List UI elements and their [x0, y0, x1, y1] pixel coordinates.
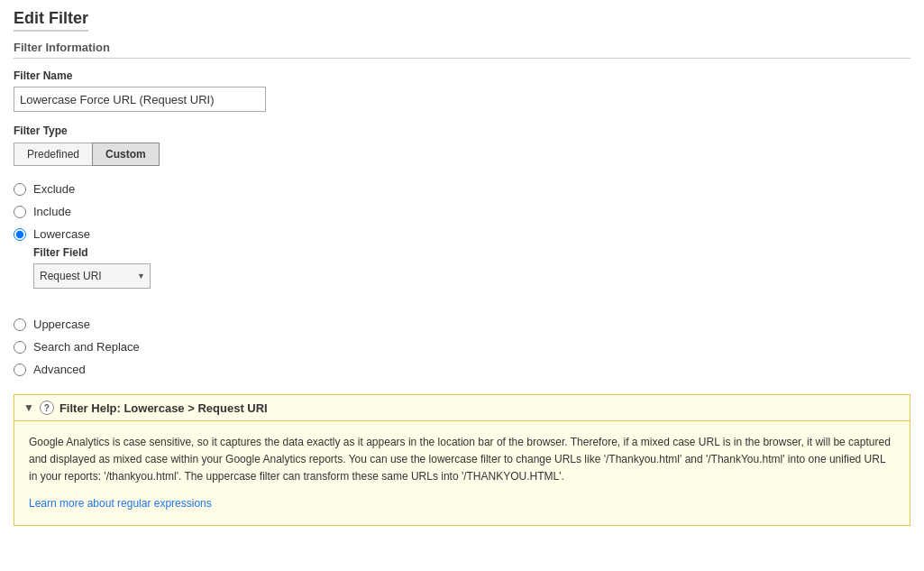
help-box: ▼ ? Filter Help: Lowercase > Request URI…: [14, 394, 910, 526]
search-replace-radio-item[interactable]: Search and Replace: [14, 340, 910, 354]
advanced-radio-item[interactable]: Advanced: [14, 363, 910, 376]
advanced-label: Advanced: [33, 363, 86, 376]
include-label: Include: [33, 205, 71, 218]
lowercase-section: Lowercase Filter Field Request URI: [14, 227, 910, 294]
exclude-label: Exclude: [33, 182, 75, 196]
section-title: Filter Information: [14, 41, 910, 59]
search-replace-radio[interactable]: [14, 341, 26, 354]
help-content: Google Analytics is case sensitive, so i…: [14, 421, 910, 525]
include-radio[interactable]: [14, 206, 26, 218]
learn-more-link[interactable]: Learn more about regular expressions: [29, 497, 212, 510]
advanced-radio[interactable]: [14, 364, 26, 376]
exclude-radio-item[interactable]: Exclude: [14, 182, 910, 196]
help-icon: ?: [40, 401, 54, 415]
filter-name-input[interactable]: [14, 87, 266, 112]
uppercase-radio[interactable]: [14, 318, 26, 331]
help-title: Filter Help: Lowercase > Request URI: [59, 401, 268, 415]
include-radio-item[interactable]: Include: [14, 205, 910, 218]
filter-type-radio-group: Exclude Include Lowercase Filter Field: [14, 182, 910, 376]
filter-field-select-wrapper: Request URI: [33, 263, 151, 289]
filter-name-label: Filter Name: [14, 69, 910, 82]
custom-button[interactable]: Custom: [92, 143, 160, 166]
lowercase-radio-item[interactable]: Lowercase: [14, 227, 910, 241]
filter-type-label: Filter Type: [14, 124, 910, 137]
filter-type-buttons: Predefined Custom: [14, 143, 910, 166]
help-body-text: Google Analytics is case sensitive, so i…: [29, 434, 895, 486]
page-title: Edit Filter: [14, 9, 88, 32]
help-toggle[interactable]: ▼: [23, 401, 34, 414]
lowercase-label: Lowercase: [33, 227, 90, 241]
filter-field-select[interactable]: Request URI: [33, 263, 151, 289]
predefined-button[interactable]: Predefined: [14, 143, 92, 166]
lowercase-radio[interactable]: [14, 228, 26, 241]
filter-field-section: Filter Field Request URI: [33, 246, 910, 289]
exclude-radio[interactable]: [14, 183, 26, 196]
filter-field-label: Filter Field: [33, 246, 910, 259]
uppercase-radio-item[interactable]: Uppercase: [14, 318, 910, 331]
search-replace-label: Search and Replace: [33, 340, 140, 354]
uppercase-label: Uppercase: [33, 318, 90, 331]
help-header: ▼ ? Filter Help: Lowercase > Request URI: [14, 395, 910, 421]
filter-information-section: Filter Information Filter Name Filter Ty…: [14, 41, 910, 376]
